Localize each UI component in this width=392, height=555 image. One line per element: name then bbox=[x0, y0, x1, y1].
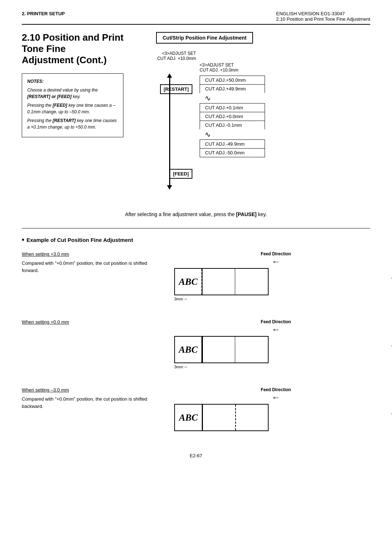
left-column: 2.10 Position and Print Tone Fine Adjust… bbox=[22, 32, 145, 200]
example-diagram-1: Feed Direction ← ABC — bbox=[167, 251, 370, 301]
label-strip-3: ABC bbox=[174, 404, 269, 431]
adj-box-4: CUT ADJ.+0.0mm bbox=[200, 112, 265, 121]
notes-para1: Choose a desired value by using the [RES… bbox=[27, 87, 118, 100]
desc-3: Compared with "+0.0mm" position, the cut… bbox=[22, 396, 160, 410]
cut-line-2 bbox=[202, 337, 203, 362]
notes-para3: Pressing the [RESTART] key one time caus… bbox=[27, 117, 118, 130]
adj-box-2: CUT ADJ.+49.9mm bbox=[200, 84, 265, 93]
adj-box-7: CUT ADJ.-50.0mm bbox=[200, 148, 265, 157]
label-cell-2a bbox=[202, 337, 235, 362]
feed-dir-1: Feed Direction bbox=[181, 251, 370, 256]
feed-dir-3: Feed Direction bbox=[181, 387, 370, 392]
page-header: 2. PRINTER SETUP ENGLISH VERSION EO1-330… bbox=[22, 11, 370, 25]
feed-arrow-2: ← bbox=[181, 324, 370, 335]
setting-3: When setting –3.0 mm bbox=[22, 387, 160, 393]
label-cell-1b bbox=[235, 269, 268, 295]
flow-diagram: [RESTART] [FEED] <3>ADJUST SETCUT ADJ. +… bbox=[156, 62, 370, 200]
squiggle-1: ∿ bbox=[205, 94, 265, 102]
example-section: Example of Cut Position Fine Adjustment … bbox=[22, 236, 370, 431]
example-row-3: When setting –3.0 mm Compared with "+0.0… bbox=[22, 387, 370, 431]
right-column: Cut/Strip Position Fine Adjustment <3>AD… bbox=[156, 32, 370, 200]
main-content: 2.10 Position and Print Tone Fine Adjust… bbox=[22, 32, 370, 200]
example-text-3: When setting –3.0 mm Compared with "+0.0… bbox=[22, 387, 160, 410]
feed-arrow-3: ← bbox=[181, 392, 370, 402]
label-cell-3b bbox=[236, 405, 268, 430]
header-right: ENGLISH VERSION EO1-33047 2.10 Position … bbox=[276, 11, 370, 22]
pause-text: After selecting a fine adjustment value,… bbox=[22, 211, 370, 217]
mm-label-2: 3mm ↔ bbox=[174, 365, 370, 369]
example-row-2: When setting +0.0 mm Feed Direction ← AB… bbox=[22, 319, 370, 369]
adj-box-5: CUT ADJ.-0.1mm bbox=[200, 121, 265, 129]
cut-line-1 bbox=[202, 269, 203, 295]
top-note-text: <3>ADJUST SETCUT ADJ. +10.0mm bbox=[200, 62, 265, 73]
mm-label-1: 3mm ↔ bbox=[174, 297, 370, 301]
page-number: E2-67 bbox=[190, 453, 203, 458]
header-version: ENGLISH VERSION EO1-33047 bbox=[276, 11, 370, 16]
section-separator bbox=[22, 228, 370, 228]
adj-box-3: CUT ADJ.+0.1mm bbox=[200, 103, 265, 112]
adj-boxes: <3>ADJUST SETCUT ADJ. +10.0mm CUT ADJ.+5… bbox=[200, 62, 265, 157]
setting-1: When setting +3.0 mm bbox=[22, 251, 160, 257]
page-footer: E2-67 bbox=[22, 453, 370, 458]
top-note: <3>ADJUST SETCUT ADJ. +10.0mm bbox=[156, 51, 196, 61]
header-section: 2. PRINTER SETUP bbox=[22, 11, 65, 16]
desc-1: Compared with "+0.0mm" position, the cut… bbox=[22, 260, 160, 274]
example-text-2: When setting +0.0 mm bbox=[22, 319, 160, 328]
notes-title: NOTES: bbox=[27, 78, 118, 85]
example-row-1: When setting +3.0 mm Compared with "+0.0… bbox=[22, 251, 370, 301]
notes-para2: Pressing the [FEED] key one time causes … bbox=[27, 102, 118, 115]
example-text-1: When setting +3.0 mm Compared with "+0.0… bbox=[22, 251, 160, 274]
label-cell-3a bbox=[202, 405, 236, 430]
feed-label: [FEED] bbox=[170, 169, 192, 179]
feed-dir-2: Feed Direction bbox=[181, 319, 370, 324]
label-cell-2b bbox=[235, 337, 268, 362]
header-section-title: 2.10 Position and Print Tone Fine Adjust… bbox=[276, 16, 370, 22]
notes-box: NOTES: Choose a desired value by using t… bbox=[22, 73, 123, 137]
label-cell-1a bbox=[202, 269, 235, 295]
label-strip-2: ABC bbox=[174, 336, 269, 363]
label-abc-1: ABC bbox=[175, 269, 202, 295]
label-strip-1: ABC bbox=[174, 268, 269, 295]
label-abc-2: ABC bbox=[175, 337, 202, 362]
adj-box-1: CUT ADJ.+50.0mm bbox=[200, 76, 265, 84]
diagram-title: Cut/Strip Position Fine Adjustment bbox=[156, 32, 253, 44]
example-diagram-3: Feed Direction ← ABC — Cut Position bbox=[167, 387, 370, 431]
feed-arrow-1: ← bbox=[181, 256, 370, 267]
example-diagram-2: Feed Direction ← ABC — Cut Position 3m bbox=[167, 319, 370, 369]
restart-label: [RESTART] bbox=[160, 84, 192, 94]
example-heading: Example of Cut Position Fine Adjustment bbox=[22, 236, 370, 244]
setting-2: When setting +0.0 mm bbox=[22, 319, 160, 325]
squiggle-2: ∿ bbox=[205, 130, 265, 139]
label-abc-3: ABC bbox=[175, 405, 202, 430]
section-heading: 2.10 Position and Print Tone Fine Adjust… bbox=[22, 32, 145, 66]
adj-box-6: CUT ADJ.-49.9mm bbox=[200, 139, 265, 148]
